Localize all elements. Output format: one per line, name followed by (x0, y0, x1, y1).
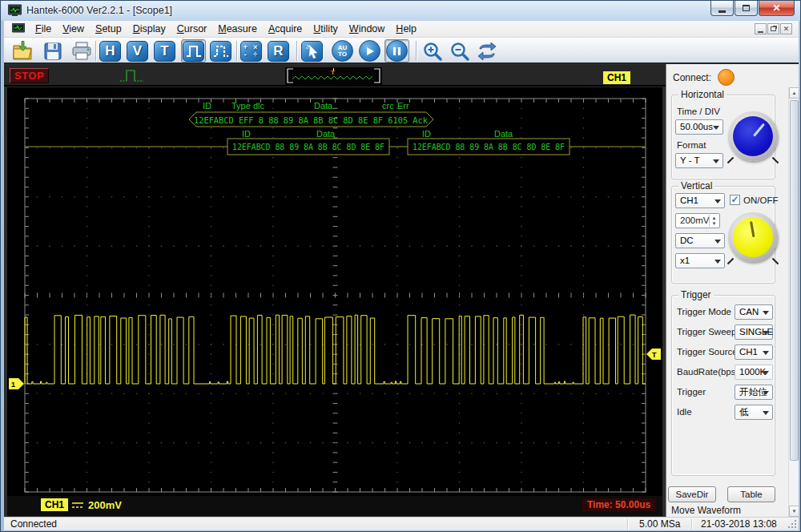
pause-button[interactable] (384, 39, 409, 62)
format-label: Format (677, 140, 706, 150)
menu-acquire[interactable]: Acquire (263, 22, 308, 36)
scroll-up-arrow[interactable]: ▲ (789, 87, 799, 99)
baudrate-select[interactable]: 1000K (735, 365, 773, 380)
trigger-panel-button[interactable]: T (152, 39, 177, 62)
horizontal-position-knob[interactable] (728, 111, 778, 161)
save-button[interactable] (40, 39, 65, 62)
print-button[interactable] (69, 39, 94, 62)
chevron-down-icon (713, 159, 719, 163)
menu-file[interactable]: File (30, 22, 57, 36)
window-title: Hantek-6000 Ver2.2.1 - [Scope1] (26, 5, 172, 16)
stepper-arrows[interactable]: ▲▼ (709, 215, 718, 227)
open-folder-icon (12, 41, 34, 62)
run-state-indicator: STOP (10, 68, 49, 83)
chevron-down-icon (714, 240, 721, 244)
menu-bar: File View Setup Display Cursor Measure A… (4, 21, 799, 38)
trigger-group: Trigger Trigger Mode CAN Trigger Sweep S… (671, 295, 775, 476)
autoset-button[interactable]: AUTO (330, 39, 355, 62)
close-button[interactable]: ✕ (759, 1, 795, 16)
vertical-scale-value: 200mV (88, 499, 122, 511)
scroll-down-arrow[interactable]: ▼ (789, 506, 799, 517)
trigger-mode-select[interactable]: CAN (735, 304, 773, 320)
connect-status-light[interactable] (718, 69, 735, 86)
toolbar: H V T + - × ÷ R AUTO (4, 38, 799, 64)
v-icon: V (127, 41, 148, 62)
menu-setup[interactable]: Setup (90, 22, 127, 36)
menu-display[interactable]: Display (127, 22, 171, 36)
format-select[interactable]: Y - T (675, 153, 723, 168)
svg-text:Data: Data (314, 101, 333, 111)
zoom-out-button[interactable] (447, 39, 472, 62)
math-icon: + - (241, 44, 251, 58)
horizontal-position-preview[interactable]: T (285, 67, 382, 85)
svg-text:1: 1 (11, 381, 15, 389)
horizontal-panel-button[interactable]: H (98, 39, 123, 62)
minimize-button[interactable] (710, 1, 734, 16)
time-div-select[interactable]: 50.00us (675, 119, 723, 135)
pause-icon (392, 46, 401, 56)
reference-button[interactable]: R (266, 39, 291, 62)
zoom-in-button[interactable] (420, 39, 445, 62)
trigger-sweep-select[interactable]: SINGLE (735, 324, 773, 340)
chevron-down-icon (763, 331, 769, 335)
math-button[interactable]: + - × ÷ (239, 39, 264, 62)
table-button[interactable]: Table (727, 486, 775, 502)
vertical-position-knob[interactable] (728, 212, 778, 262)
digital-decode-button[interactable] (181, 39, 206, 62)
trigger-condition-select[interactable]: 开始位 (735, 385, 773, 400)
coupling-select[interactable]: DC (675, 233, 725, 248)
scope-bottom-infobar: CH1 200mV Time: 50.00us (7, 496, 662, 516)
svg-text:Type dlc: Type dlc (231, 101, 264, 111)
auto-icon: AUTO (338, 45, 348, 58)
menu-cursor[interactable]: Cursor (171, 22, 213, 36)
open-button[interactable] (10, 39, 35, 62)
scope-client-area: STOP T CH1 113mV IDType dlcDatacrcErr12E… (4, 64, 666, 517)
scrollbar-thumb[interactable] (790, 100, 799, 461)
horizontal-group: Horizontal Time / DIV 50.00us Format Y -… (671, 95, 775, 179)
channel-badge: CH1 (41, 498, 68, 511)
menu-measure[interactable]: Measure (212, 22, 263, 36)
pulse-icon (185, 43, 203, 59)
mdi-restore-button[interactable] (767, 23, 779, 34)
channel-onoff-checkbox[interactable]: ✓ ON/OFF (730, 195, 778, 205)
dc-coupling-icon (71, 500, 84, 510)
svg-text:T: T (331, 69, 335, 76)
trigger-source-select[interactable]: CH1 (735, 345, 773, 360)
resize-grip[interactable] (787, 519, 797, 529)
vertical-group-title: Vertical (678, 180, 714, 191)
scope-display[interactable]: IDType dlcDatacrcErr12EFABCD EFF 8 88 89… (7, 87, 662, 496)
run-button[interactable] (357, 39, 382, 62)
menu-help[interactable]: Help (390, 22, 422, 36)
volts-div-stepper[interactable]: 200mV ▲▼ (675, 213, 720, 228)
probe-select[interactable]: x1 (675, 253, 725, 268)
refresh-connection-button[interactable] (474, 39, 499, 62)
chevron-down-icon (763, 411, 769, 415)
svg-text:12EFABCD 88 89 8A 8B 8C 8D 8E: 12EFABCD 88 89 8A 8B 8C 8D 8E 8F (413, 142, 565, 151)
cursor-button[interactable] (300, 39, 324, 62)
menu-window[interactable]: Window (344, 22, 390, 36)
checkmark-icon: ✓ (730, 195, 740, 205)
menu-view[interactable]: View (57, 22, 90, 36)
chevron-down-icon (713, 126, 719, 130)
chevron-down-icon (714, 200, 721, 204)
maximize-button[interactable] (735, 1, 758, 16)
sample-rate: 5.00 MSa (639, 518, 680, 530)
save-floppy-icon (43, 42, 62, 61)
trigger-type-pulse-icon (119, 67, 145, 85)
panel-scrollbar[interactable]: ▲ ▼ (788, 87, 799, 517)
pulse-measure-button[interactable] (208, 39, 233, 62)
savedir-button[interactable]: SaveDir (668, 486, 716, 502)
menu-utility[interactable]: Utility (308, 22, 344, 36)
svg-text:Data: Data (494, 129, 513, 139)
channel-badge: CH1 (603, 71, 630, 84)
vertical-panel-button[interactable]: V (125, 39, 150, 62)
channel-select[interactable]: CH1 (675, 193, 725, 208)
mdi-close-button[interactable]: ✕ (780, 23, 792, 34)
mdi-minimize-button[interactable] (755, 23, 767, 34)
play-icon (365, 46, 375, 56)
idle-select[interactable]: 低 (735, 405, 773, 420)
status-bar: Connected 5.00 MSa 21-03-2018 13:08 (4, 517, 799, 530)
vertical-group: Vertical CH1 ✓ ON/OFF 200mV ▲▼ DC x1 (671, 186, 775, 284)
svg-text:12EFABCD 88 89 8A 8B 8C 8D 8E: 12EFABCD 88 89 8A 8B 8C 8D 8E 8F (232, 142, 384, 151)
svg-text:T: T (652, 351, 657, 359)
